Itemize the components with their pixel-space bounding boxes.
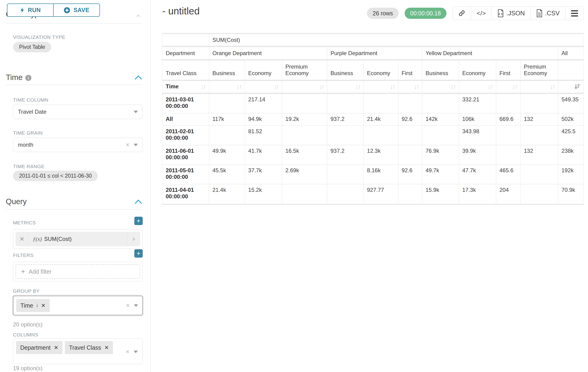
pivot-row-label: 2011-05-01 00:00:00	[162, 165, 209, 184]
remove-tag-icon[interactable]: ✕	[41, 302, 46, 309]
info-icon[interactable]: i	[25, 75, 31, 81]
pivot-value-cell: 937.2	[327, 114, 364, 126]
chevron-down-icon[interactable]	[134, 304, 138, 307]
pivot-row: 2011-06-01 00:00:0049.9k41.7k16.5k937.21…	[162, 145, 584, 165]
chevron-down-icon[interactable]	[134, 111, 138, 113]
clear-icon[interactable]: ×	[126, 141, 129, 149]
json-file-icon	[497, 9, 504, 17]
metric-chip[interactable]: ✕ ƒ(x)SUM(Cost) ›	[16, 232, 140, 246]
pivot-value-cell: 549.35	[558, 94, 584, 114]
pivot-value-cell	[521, 165, 558, 184]
sort-toggle-icon[interactable]: ↓↑	[355, 83, 360, 90]
travel-class-header-row: Travel Class Business Economy Premium Ec…	[162, 60, 584, 81]
pivot-value-cell	[496, 145, 521, 165]
pivot-value-cell: 132	[521, 114, 558, 126]
pivot-value-cell	[496, 94, 521, 114]
section-divider	[6, 23, 142, 23]
add-metric-button[interactable]: +	[134, 217, 143, 225]
time-range-label: TIME RANGE	[13, 164, 45, 169]
sort-toggle-icon[interactable]: ↓↑	[451, 83, 455, 90]
columns-options-count: 19 option(s)	[13, 365, 42, 372]
columns-select[interactable]: Department ✕ Travel Class ✕ ×	[13, 339, 143, 364]
sort-toggle-icon[interactable]: ↓↑	[414, 83, 419, 90]
info-icon[interactable]: i	[36, 302, 38, 308]
pivot-value-cell	[521, 94, 558, 114]
pivot-value-cell	[422, 94, 459, 114]
expand-metric-icon[interactable]: ›	[127, 232, 140, 246]
add-filter-button[interactable]: +	[134, 249, 143, 258]
chart-type-collapse-icon[interactable]	[134, 14, 142, 17]
time-column-select[interactable]: Travel Date	[13, 105, 143, 119]
group-by-select[interactable]: Time i ✕ ×	[12, 295, 144, 316]
remove-tag-icon[interactable]: ✕	[104, 345, 109, 351]
save-button[interactable]: SAVE	[53, 3, 100, 17]
clear-icon[interactable]: ×	[126, 302, 130, 309]
pivot-value-cell: 76.9k	[422, 145, 459, 165]
pivot-row: All117k94.9k19.2k937.221.4k92.6142k106k6…	[162, 114, 584, 126]
pivot-value-cell: 45.5k	[209, 165, 245, 184]
sort-toggle-icon[interactable]: ↓↑	[237, 83, 242, 90]
pivot-value-cell	[398, 126, 422, 145]
remove-tag-icon[interactable]: ✕	[54, 345, 58, 351]
sort-row: Time↓↑ ↓↑ ↓↑ ↓↑ ↓↑ ↓↑ ↓↑ ↓↑ ↓↑ ↓↑ ↓↑	[162, 81, 584, 94]
query-section-heading: Query	[6, 197, 27, 206]
add-filter-dropzone[interactable]: + Add filter	[16, 264, 140, 279]
visualization-type-value[interactable]: Pivot Table	[13, 42, 51, 52]
sort-toggle-icon[interactable]: ↓↑	[201, 83, 206, 90]
copy-link-button[interactable]	[453, 7, 471, 20]
time-grain-select[interactable]: month ×	[13, 138, 143, 152]
pivot-value-cell: 92.6	[398, 114, 422, 126]
chart-header-actions: 26 rows 00:00:00.18 </> .JSON .CSV	[367, 7, 584, 20]
time-section-heading: Timei	[6, 73, 31, 82]
travel-class-header: Business	[209, 60, 245, 81]
group-by-tag[interactable]: Time i ✕	[16, 299, 50, 312]
embed-code-button[interactable]: </>	[471, 7, 492, 20]
pivot-value-cell: 81.52	[245, 126, 282, 145]
export-json-button[interactable]: .JSON	[492, 7, 530, 20]
pivot-value-cell	[282, 94, 327, 114]
pivot-value-cell	[521, 184, 558, 204]
pivot-value-cell: 502k	[558, 114, 584, 126]
hamburger-icon	[571, 10, 578, 17]
sort-toggle-icon[interactable]: ↓↑	[274, 83, 279, 90]
chevron-down-icon[interactable]	[134, 351, 138, 353]
pivot-value-cell: 39.9k	[459, 145, 496, 165]
run-button[interactable]: RUN	[7, 3, 53, 17]
metric-header-row: SUM(Cost)	[162, 34, 584, 47]
group-by-options-count: 20 option(s)	[13, 321, 42, 328]
query-collapse-icon[interactable]	[134, 199, 142, 204]
pivot-row-label: 2011-03-01 00:00:00	[162, 94, 209, 114]
time-grain-label: TIME GRAIN	[13, 130, 43, 136]
chart-title[interactable]: - untitled	[162, 6, 200, 17]
department-group-header: Purple Department	[327, 47, 422, 60]
sort-toggle-icon[interactable]: ↓↑	[550, 83, 555, 90]
export-csv-button[interactable]: .CSV	[530, 7, 565, 20]
remove-metric-icon[interactable]: ✕	[16, 232, 29, 246]
metric-header: SUM(Cost)	[209, 34, 584, 47]
menu-button[interactable]	[565, 7, 584, 20]
time-collapse-icon[interactable]	[134, 75, 142, 80]
sort-toggle-icon[interactable]: ↓↑	[512, 83, 517, 90]
time-range-value[interactable]: 2011-01-01 ≤ col < 2011-06-30	[13, 171, 98, 181]
pivot-value-cell: 12.3k	[364, 145, 398, 165]
run-button-label: RUN	[28, 7, 41, 13]
pivot-value-cell: 425.5	[558, 126, 584, 145]
columns-tag[interactable]: Travel Class ✕	[65, 341, 113, 354]
clear-icon[interactable]: ×	[126, 348, 129, 355]
pivot-value-cell	[282, 126, 327, 145]
travel-class-axis-label: Travel Class	[162, 60, 209, 81]
time-axis-label: Time	[166, 83, 179, 89]
chevron-down-icon[interactable]	[134, 144, 138, 146]
sort-toggle-icon[interactable]: ↓↑	[390, 83, 395, 90]
pivot-row: 2011-03-01 00:00:00217.14332.21549.35	[162, 94, 584, 114]
sort-descending-icon[interactable]	[574, 84, 580, 90]
sort-toggle-icon[interactable]: ↓↑	[319, 83, 324, 90]
pivot-table: SUM(Cost) Department Orange Department P…	[162, 33, 584, 205]
pivot-value-cell	[327, 184, 364, 204]
pivot-value-cell: 927.77	[364, 184, 398, 204]
sort-toggle-icon[interactable]: ↓↑	[488, 83, 493, 90]
pivot-value-cell: 19.2k	[282, 114, 327, 126]
pivot-value-cell: 21.4k	[364, 114, 398, 126]
pivot-value-cell: 106k	[459, 114, 496, 126]
columns-tag[interactable]: Department ✕	[16, 341, 63, 354]
